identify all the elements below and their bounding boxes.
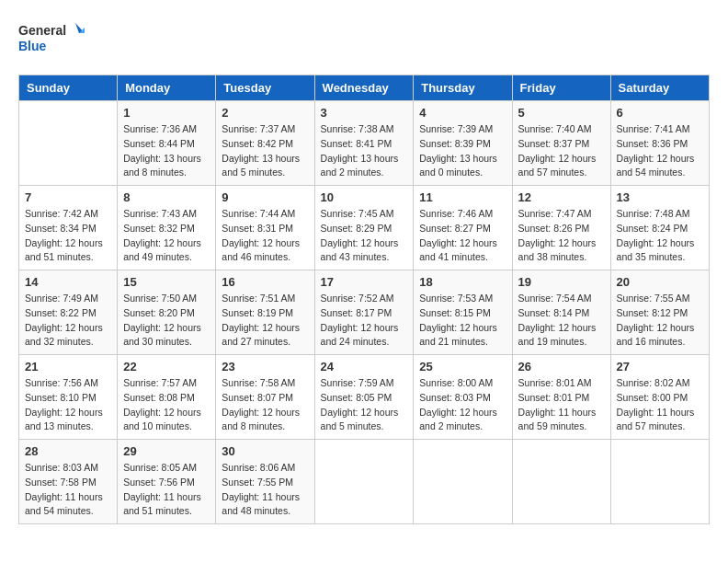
calendar-cell <box>314 440 414 524</box>
day-number: 5 <box>518 106 605 120</box>
day-info: Sunrise: 7:46 AMSunset: 8:27 PMDaylight:… <box>419 207 506 265</box>
logo-svg: General Blue <box>18 18 92 60</box>
calendar-table: SundayMondayTuesdayWednesdayThursdayFrid… <box>18 75 710 524</box>
day-number: 10 <box>321 190 408 204</box>
header-row: SundayMondayTuesdayWednesdayThursdayFrid… <box>19 75 710 101</box>
calendar-cell: 24Sunrise: 7:59 AMSunset: 8:05 PMDayligh… <box>314 355 414 440</box>
week-row-3: 14Sunrise: 7:49 AMSunset: 8:22 PMDayligh… <box>19 270 710 355</box>
day-number: 2 <box>222 106 308 120</box>
calendar-cell: 28Sunrise: 8:03 AMSunset: 7:58 PMDayligh… <box>19 440 118 524</box>
day-header-saturday: Saturday <box>610 75 709 101</box>
day-info: Sunrise: 8:00 AMSunset: 8:03 PMDaylight:… <box>419 376 506 434</box>
week-row-2: 7Sunrise: 7:42 AMSunset: 8:34 PMDaylight… <box>19 186 710 270</box>
day-header-wednesday: Wednesday <box>314 75 414 101</box>
day-header-thursday: Thursday <box>414 75 512 101</box>
day-number: 1 <box>123 106 210 120</box>
day-info: Sunrise: 7:50 AMSunset: 8:20 PMDaylight:… <box>123 292 210 350</box>
day-number: 8 <box>123 190 210 204</box>
calendar-cell: 9Sunrise: 7:44 AMSunset: 8:31 PMDaylight… <box>216 186 314 270</box>
calendar-cell: 11Sunrise: 7:46 AMSunset: 8:27 PMDayligh… <box>414 186 512 270</box>
day-info: Sunrise: 7:52 AMSunset: 8:17 PMDaylight:… <box>321 292 408 350</box>
day-number: 29 <box>123 444 210 458</box>
calendar-header: SundayMondayTuesdayWednesdayThursdayFrid… <box>19 75 710 101</box>
svg-text:General: General <box>18 23 66 38</box>
day-number: 13 <box>617 190 703 204</box>
calendar-cell <box>610 440 709 524</box>
calendar-cell: 15Sunrise: 7:50 AMSunset: 8:20 PMDayligh… <box>118 270 216 355</box>
calendar-cell: 8Sunrise: 7:43 AMSunset: 8:32 PMDaylight… <box>118 186 216 270</box>
calendar-cell: 1Sunrise: 7:36 AMSunset: 8:44 PMDaylight… <box>118 101 216 186</box>
calendar-cell: 5Sunrise: 7:40 AMSunset: 8:37 PMDaylight… <box>512 101 610 186</box>
day-info: Sunrise: 7:55 AMSunset: 8:12 PMDaylight:… <box>617 292 703 350</box>
calendar-cell: 23Sunrise: 7:58 AMSunset: 8:07 PMDayligh… <box>216 355 314 440</box>
day-number: 6 <box>617 106 703 120</box>
day-info: Sunrise: 7:48 AMSunset: 8:24 PMDaylight:… <box>617 207 703 265</box>
day-info: Sunrise: 7:39 AMSunset: 8:39 PMDaylight:… <box>419 122 506 180</box>
day-number: 16 <box>222 275 308 289</box>
day-info: Sunrise: 8:03 AMSunset: 7:58 PMDaylight:… <box>25 461 111 519</box>
calendar-cell: 30Sunrise: 8:06 AMSunset: 7:55 PMDayligh… <box>216 440 314 524</box>
day-info: Sunrise: 7:57 AMSunset: 8:08 PMDaylight:… <box>123 376 210 434</box>
logo: General Blue <box>18 18 92 60</box>
calendar-cell: 21Sunrise: 7:56 AMSunset: 8:10 PMDayligh… <box>19 355 118 440</box>
calendar-cell: 19Sunrise: 7:54 AMSunset: 8:14 PMDayligh… <box>512 270 610 355</box>
calendar-cell: 14Sunrise: 7:49 AMSunset: 8:22 PMDayligh… <box>19 270 118 355</box>
day-number: 18 <box>419 275 506 289</box>
day-info: Sunrise: 8:05 AMSunset: 7:56 PMDaylight:… <box>123 461 210 519</box>
calendar-cell: 18Sunrise: 7:53 AMSunset: 8:15 PMDayligh… <box>414 270 512 355</box>
calendar-cell: 2Sunrise: 7:37 AMSunset: 8:42 PMDaylight… <box>216 101 314 186</box>
calendar-cell <box>19 101 118 186</box>
day-info: Sunrise: 7:58 AMSunset: 8:07 PMDaylight:… <box>222 376 308 434</box>
svg-text:Blue: Blue <box>18 39 47 53</box>
day-info: Sunrise: 7:47 AMSunset: 8:26 PMDaylight:… <box>518 207 605 265</box>
calendar-cell: 17Sunrise: 7:52 AMSunset: 8:17 PMDayligh… <box>314 270 414 355</box>
day-number: 28 <box>25 444 111 458</box>
day-info: Sunrise: 7:53 AMSunset: 8:15 PMDaylight:… <box>419 292 506 350</box>
day-info: Sunrise: 7:44 AMSunset: 8:31 PMDaylight:… <box>222 207 308 265</box>
day-number: 30 <box>222 444 308 458</box>
calendar-cell: 22Sunrise: 7:57 AMSunset: 8:08 PMDayligh… <box>118 355 216 440</box>
calendar-cell: 7Sunrise: 7:42 AMSunset: 8:34 PMDaylight… <box>19 186 118 270</box>
day-number: 14 <box>25 275 111 289</box>
day-info: Sunrise: 7:42 AMSunset: 8:34 PMDaylight:… <box>25 207 111 265</box>
day-header-tuesday: Tuesday <box>216 75 314 101</box>
day-number: 27 <box>617 360 703 373</box>
calendar-cell: 13Sunrise: 7:48 AMSunset: 8:24 PMDayligh… <box>610 186 709 270</box>
calendar-cell: 16Sunrise: 7:51 AMSunset: 8:19 PMDayligh… <box>216 270 314 355</box>
day-number: 19 <box>518 275 605 289</box>
calendar-cell: 27Sunrise: 8:02 AMSunset: 8:00 PMDayligh… <box>610 355 709 440</box>
day-info: Sunrise: 7:37 AMSunset: 8:42 PMDaylight:… <box>222 122 308 180</box>
day-number: 26 <box>518 360 605 373</box>
calendar-cell: 25Sunrise: 8:00 AMSunset: 8:03 PMDayligh… <box>414 355 512 440</box>
day-number: 3 <box>321 106 408 120</box>
calendar-cell: 26Sunrise: 8:01 AMSunset: 8:01 PMDayligh… <box>512 355 610 440</box>
day-number: 9 <box>222 190 308 204</box>
day-info: Sunrise: 7:56 AMSunset: 8:10 PMDaylight:… <box>25 376 111 434</box>
day-info: Sunrise: 7:45 AMSunset: 8:29 PMDaylight:… <box>321 207 408 265</box>
calendar-cell: 12Sunrise: 7:47 AMSunset: 8:26 PMDayligh… <box>512 186 610 270</box>
day-info: Sunrise: 7:40 AMSunset: 8:37 PMDaylight:… <box>518 122 605 180</box>
day-info: Sunrise: 7:59 AMSunset: 8:05 PMDaylight:… <box>321 376 408 434</box>
calendar-body: 1Sunrise: 7:36 AMSunset: 8:44 PMDaylight… <box>19 101 710 524</box>
day-info: Sunrise: 7:49 AMSunset: 8:22 PMDaylight:… <box>25 292 111 350</box>
day-info: Sunrise: 7:36 AMSunset: 8:44 PMDaylight:… <box>123 122 210 180</box>
calendar-cell: 10Sunrise: 7:45 AMSunset: 8:29 PMDayligh… <box>314 186 414 270</box>
calendar-cell <box>512 440 610 524</box>
day-info: Sunrise: 8:02 AMSunset: 8:00 PMDaylight:… <box>617 376 703 434</box>
calendar-cell: 29Sunrise: 8:05 AMSunset: 7:56 PMDayligh… <box>118 440 216 524</box>
day-info: Sunrise: 7:54 AMSunset: 8:14 PMDaylight:… <box>518 292 605 350</box>
day-number: 12 <box>518 190 605 204</box>
day-info: Sunrise: 7:51 AMSunset: 8:19 PMDaylight:… <box>222 292 308 350</box>
week-row-4: 21Sunrise: 7:56 AMSunset: 8:10 PMDayligh… <box>19 355 710 440</box>
day-number: 20 <box>617 275 703 289</box>
calendar-cell: 20Sunrise: 7:55 AMSunset: 8:12 PMDayligh… <box>610 270 709 355</box>
day-info: Sunrise: 8:06 AMSunset: 7:55 PMDaylight:… <box>222 461 308 519</box>
day-number: 15 <box>123 275 210 289</box>
week-row-1: 1Sunrise: 7:36 AMSunset: 8:44 PMDaylight… <box>19 101 710 186</box>
day-number: 17 <box>321 275 408 289</box>
day-header-monday: Monday <box>118 75 216 101</box>
header: General Blue <box>18 18 710 60</box>
day-info: Sunrise: 8:01 AMSunset: 8:01 PMDaylight:… <box>518 376 605 434</box>
day-number: 11 <box>419 190 506 204</box>
day-info: Sunrise: 7:43 AMSunset: 8:32 PMDaylight:… <box>123 207 210 265</box>
